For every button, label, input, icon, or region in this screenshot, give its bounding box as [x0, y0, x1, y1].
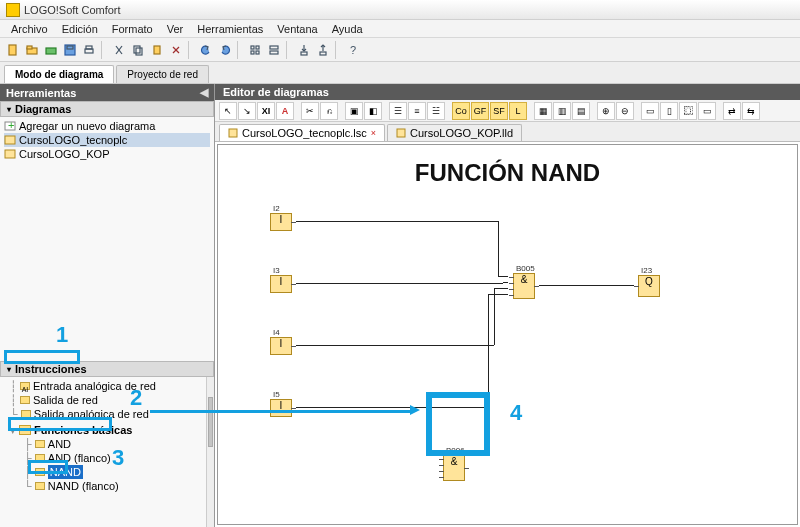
instrucciones-header[interactable]: ▾ Instrucciones	[0, 361, 214, 377]
diagram-title: FUNCIÓN NAND	[218, 159, 797, 187]
save-button[interactable]	[61, 41, 79, 59]
undo-button[interactable]	[197, 41, 215, 59]
tool-cut[interactable]: ✂	[301, 102, 319, 120]
filetab-1[interactable]: CursoLOGO_tecnoplc.lsc ×	[219, 124, 385, 141]
tab-proyecto-de-red[interactable]: Proyecto de red	[116, 65, 209, 83]
block-b005[interactable]: B005 &	[513, 273, 535, 299]
block-co[interactable]: Co	[452, 102, 470, 120]
diagram-canvas[interactable]: FUNCIÓN NAND I2 I I3 I I4 I I5	[217, 144, 798, 525]
filetab-2[interactable]: CursoLOGO_KOP.lld	[387, 124, 522, 141]
page-3[interactable]: ⿴	[679, 102, 697, 120]
menu-herramientas[interactable]: Herramientas	[190, 22, 270, 36]
cut-button[interactable]	[110, 41, 128, 59]
block-sf[interactable]: SF	[490, 102, 508, 120]
grid-1[interactable]: ▦	[534, 102, 552, 120]
svg-rect-17	[251, 51, 254, 54]
paste-button[interactable]	[148, 41, 166, 59]
fn-nand-flanco[interactable]: └ NAND (flanco)	[10, 479, 212, 493]
tool-online[interactable]: ◧	[364, 102, 382, 120]
menu-ventana[interactable]: Ventana	[270, 22, 324, 36]
grid-2[interactable]: ▥	[553, 102, 571, 120]
redo-button[interactable]	[216, 41, 234, 59]
block-gf[interactable]: GF	[471, 102, 489, 120]
menu-formato[interactable]: Formato	[105, 22, 160, 36]
page-1[interactable]: ▭	[641, 102, 659, 120]
collapse-left-icon[interactable]: ◀	[200, 86, 208, 99]
tool-text-a[interactable]: A	[276, 102, 294, 120]
twisty-icon: ▾	[7, 365, 11, 374]
diagrams-tree: + Agregar un nuevo diagrama CursoLOGO_te…	[0, 117, 214, 207]
instr-scrollbar[interactable]	[206, 377, 214, 527]
svg-rect-16	[256, 46, 259, 49]
tool-a3[interactable]: ☱	[427, 102, 445, 120]
tool-a1[interactable]: ☰	[389, 102, 407, 120]
editor-toolbar: ↖ ↘ XI A ✂ ⎌ ▣ ◧ ☰ ≡ ☱ Co GF SF L ▦ ▥ ▤ …	[215, 100, 800, 122]
zoom-in[interactable]: ⊕	[597, 102, 615, 120]
zoom-out[interactable]: ⊖	[616, 102, 634, 120]
grid-3[interactable]: ▤	[572, 102, 590, 120]
align2-button[interactable]	[265, 41, 283, 59]
diagram-item-2[interactable]: CursoLOGO_KOP	[4, 147, 210, 161]
tab-modo-diagrama[interactable]: Modo de diagrama	[4, 65, 114, 83]
download-button[interactable]	[295, 41, 313, 59]
open-button[interactable]	[23, 41, 41, 59]
funciones-basicas-label: Funciones básicas	[34, 423, 132, 437]
menu-ver[interactable]: Ver	[160, 22, 191, 36]
fn-nand[interactable]: ├ NAND	[10, 465, 212, 479]
instr-salida-red[interactable]: ┆ Salida de red	[10, 393, 212, 407]
editor-title: Editor de diagramas	[223, 86, 329, 98]
block-q[interactable]: I23 Q	[638, 275, 660, 297]
svg-text:+: +	[8, 121, 14, 131]
tool-sim[interactable]: ▣	[345, 102, 363, 120]
copy-button[interactable]	[129, 41, 147, 59]
menu-ayuda[interactable]: Ayuda	[325, 22, 370, 36]
block-i3[interactable]: I3 I	[270, 275, 292, 293]
svg-rect-21	[301, 52, 307, 55]
svg-rect-2	[27, 46, 32, 49]
editor-header: Editor de diagramas	[215, 84, 800, 100]
convert-2[interactable]: ⇆	[742, 102, 760, 120]
menu-edicion[interactable]: Edición	[55, 22, 105, 36]
filetab-1-label: CursoLOGO_tecnoplc.lsc	[242, 127, 367, 139]
help-button[interactable]: ?	[344, 41, 362, 59]
tool-connect[interactable]: ↘	[238, 102, 256, 120]
tool-a2[interactable]: ≡	[408, 102, 426, 120]
svg-rect-27	[5, 150, 15, 158]
tool-pointer[interactable]: ↖	[219, 102, 237, 120]
block-i2[interactable]: I2 I	[270, 213, 292, 231]
add-diagram-label: Agregar un nuevo diagrama	[19, 120, 155, 132]
left-pane: Herramientas ◀ ▾ Diagramas + Agregar un …	[0, 84, 215, 527]
block-b006[interactable]: B006 &	[443, 455, 465, 481]
tool-text[interactable]: XI	[257, 102, 275, 120]
filetab-1-close[interactable]: ×	[371, 128, 376, 138]
add-diagram-row[interactable]: + Agregar un nuevo diagrama	[4, 119, 210, 133]
block-i5[interactable]: I5 I	[270, 399, 292, 417]
svg-rect-11	[136, 48, 142, 55]
delete-button[interactable]	[167, 41, 185, 59]
upload-button[interactable]	[314, 41, 332, 59]
menu-archivo[interactable]: Archivo	[4, 22, 55, 36]
diagrams-header[interactable]: ▾ Diagramas	[0, 101, 214, 117]
new-button[interactable]	[4, 41, 22, 59]
print-button[interactable]	[80, 41, 98, 59]
fn-and[interactable]: ├ AND	[10, 437, 212, 451]
block-l[interactable]: L	[509, 102, 527, 120]
svg-rect-15	[251, 46, 254, 49]
convert-1[interactable]: ⇄	[723, 102, 741, 120]
funciones-basicas-folder[interactable]: ▾ Funciones básicas	[10, 423, 212, 437]
svg-rect-29	[397, 129, 405, 137]
fn-and-flanco[interactable]: ├ AND (flanco)	[10, 451, 212, 465]
block-i4[interactable]: I4 I	[270, 337, 292, 355]
tools-panel-header[interactable]: Herramientas ◀	[0, 84, 214, 101]
page-2[interactable]: ▯	[660, 102, 678, 120]
close-button[interactable]	[42, 41, 60, 59]
instr-entrada-analogica[interactable]: ┆ AI Entrada analógica de red	[10, 379, 212, 393]
diagram-item-1[interactable]: CursoLOGO_tecnoplc	[4, 133, 210, 147]
align1-button[interactable]	[246, 41, 264, 59]
tool-break[interactable]: ⎌	[320, 102, 338, 120]
svg-text:?: ?	[350, 44, 356, 56]
menu-bar: Archivo Edición Formato Ver Herramientas…	[0, 20, 800, 38]
page-4[interactable]: ▭	[698, 102, 716, 120]
svg-rect-12	[154, 46, 160, 54]
svg-rect-22	[320, 52, 326, 55]
